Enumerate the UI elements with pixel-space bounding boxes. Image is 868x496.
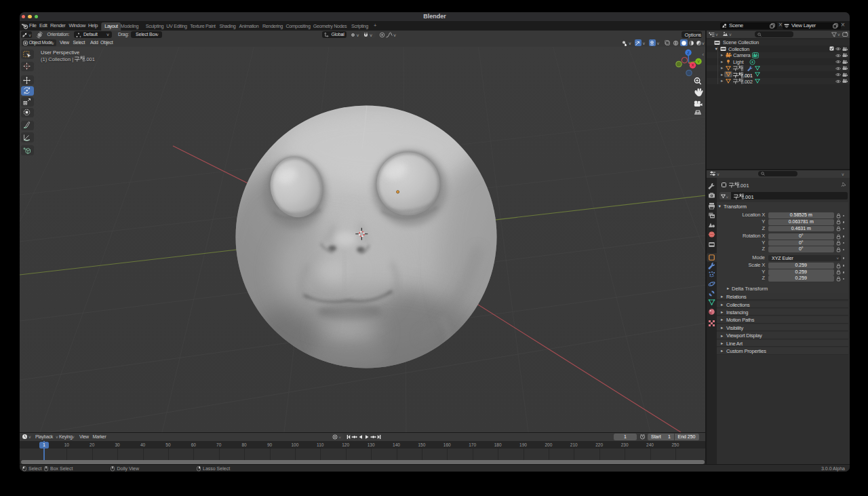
svg-text:Y: Y <box>697 60 700 64</box>
svg-text:Z: Z <box>687 51 690 55</box>
svg-text:X: X <box>691 63 694 67</box>
